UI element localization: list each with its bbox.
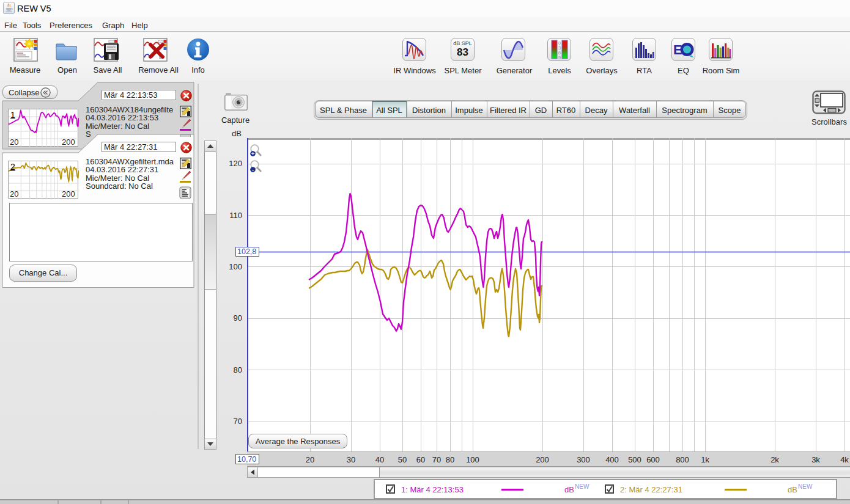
svg-text:E: E	[673, 42, 682, 57]
svg-text:9: 9	[558, 55, 561, 60]
svg-text:-: -	[252, 166, 254, 173]
svg-text:+: +	[251, 150, 255, 157]
